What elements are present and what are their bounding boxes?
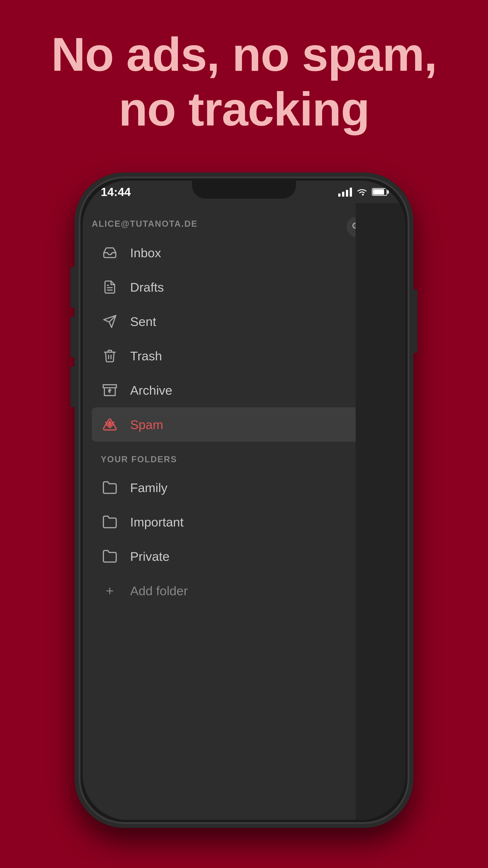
sidebar-item-trash[interactable]: Trash — [92, 339, 396, 373]
svg-point-17 — [109, 421, 111, 423]
svg-rect-8 — [103, 385, 117, 388]
private-folder-label: Private — [130, 549, 169, 564]
folder-item-important[interactable]: Important — [92, 505, 396, 539]
status-icons — [338, 187, 387, 197]
tagline-line1: No ads, no spam, — [51, 27, 437, 82]
sidebar-item-spam[interactable]: Spam 173 — [92, 407, 396, 442]
sidebar-item-archive[interactable]: Archive — [92, 373, 396, 407]
folder-item-family[interactable]: Family — [92, 470, 396, 505]
sent-icon — [101, 312, 119, 331]
folder-item-private[interactable]: Private — [92, 539, 396, 574]
phone-mockup: 14:44 — [74, 173, 414, 828]
sidebar-item-inbox[interactable]: Inbox 1 — [92, 236, 396, 270]
phone-outer: 14:44 — [74, 173, 414, 828]
inbox-label: Inbox — [130, 246, 161, 260]
signal-bar-4 — [350, 188, 352, 197]
signal-bar-2 — [342, 192, 344, 197]
app-content: ALICE@TUTANOTA.DE Inbox 1 — [83, 203, 405, 820]
sidebar-item-drafts[interactable]: Drafts — [92, 270, 396, 304]
battery-icon — [372, 188, 387, 196]
tagline-line2: no tracking — [51, 82, 437, 136]
add-folder-icon: + — [101, 582, 119, 600]
signal-icon — [338, 187, 352, 197]
folders-section-header: YOUR FOLDERS — [92, 446, 396, 470]
sent-label: Sent — [130, 314, 156, 329]
phone-notch — [192, 181, 296, 199]
trash-label: Trash — [130, 348, 162, 363]
trash-icon — [101, 347, 119, 365]
folders-title: YOUR FOLDERS — [101, 455, 177, 464]
add-folder-label: Add folder — [130, 583, 188, 598]
wifi-icon — [356, 187, 368, 196]
phone-screen: 14:44 — [83, 181, 405, 820]
battery-fill — [373, 189, 384, 195]
important-folder-icon — [101, 513, 119, 531]
drafts-icon — [101, 278, 119, 296]
archive-label: Archive — [130, 383, 172, 398]
family-folder-icon — [101, 478, 119, 497]
archive-icon — [101, 381, 119, 399]
signal-bar-3 — [346, 190, 348, 197]
tagline-container: No ads, no spam, no tracking — [33, 27, 455, 136]
sidebar-item-sent[interactable]: Sent — [92, 304, 396, 339]
drafts-label: Drafts — [130, 280, 164, 294]
private-folder-icon — [101, 547, 119, 565]
signal-bar-1 — [338, 193, 340, 197]
family-folder-label: Family — [130, 480, 167, 495]
status-time: 14:44 — [101, 185, 131, 199]
spam-icon — [101, 415, 119, 434]
important-folder-label: Important — [130, 515, 184, 529]
inbox-icon — [101, 244, 119, 262]
spam-label: Spam — [130, 417, 163, 432]
add-folder-button[interactable]: + Add folder — [92, 574, 396, 608]
right-panel — [356, 203, 405, 820]
